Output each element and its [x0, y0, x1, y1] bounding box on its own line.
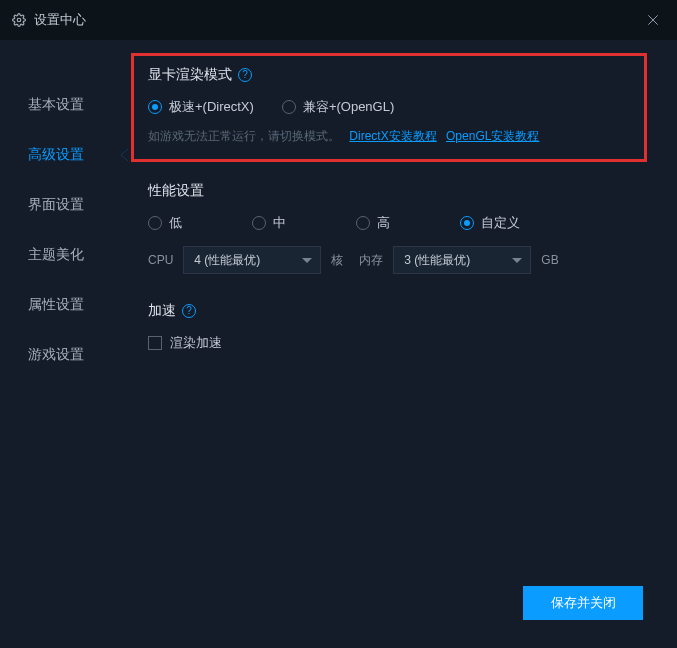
footer: 保存并关闭: [523, 586, 643, 620]
chevron-down-icon: [302, 258, 312, 263]
mem-label: 内存: [359, 252, 383, 269]
radio-low[interactable]: 低: [148, 214, 252, 232]
help-icon[interactable]: ?: [182, 304, 196, 318]
sidebar-item-label: 主题美化: [28, 246, 84, 262]
sidebar: 基本设置 高级设置 界面设置 主题美化 属性设置 游戏设置: [0, 40, 128, 648]
directx-tutorial-link[interactable]: DirectX安装教程: [349, 129, 436, 143]
checkbox-icon: [148, 336, 162, 350]
sidebar-item-label: 基本设置: [28, 96, 84, 112]
render-mode-title: 显卡渲染模式 ?: [148, 66, 630, 84]
performance-radios: 低 中 高 自定义: [148, 214, 647, 232]
cpu-dropdown[interactable]: 4 (性能最优): [183, 246, 321, 274]
cores-label: 核: [331, 252, 343, 269]
section-title-text: 显卡渲染模式: [148, 66, 232, 84]
sidebar-item-label: 高级设置: [28, 146, 84, 162]
render-mode-hint: 如游戏无法正常运行，请切换模式。 DirectX安装教程 OpenGL安装教程: [148, 128, 630, 145]
radio-opengl[interactable]: 兼容+(OpenGL): [282, 98, 394, 116]
sidebar-item-advanced[interactable]: 高级设置: [0, 130, 128, 180]
render-mode-section: 显卡渲染模式 ? 极速+(DirectX) 兼容+(OpenGL) 如游戏无法正…: [131, 53, 647, 162]
checkbox-label: 渲染加速: [170, 334, 222, 352]
save-button-label: 保存并关闭: [551, 594, 616, 612]
hint-text-content: 如游戏无法正常运行，请切换模式。: [148, 129, 340, 143]
radio-high[interactable]: 高: [356, 214, 460, 232]
gb-label: GB: [541, 253, 558, 267]
performance-dropdowns: CPU 4 (性能最优) 核 内存 3 (性能最优) GB: [148, 246, 647, 274]
radio-label: 兼容+(OpenGL): [303, 98, 394, 116]
radio-circle-icon: [148, 216, 162, 230]
sidebar-item-interface[interactable]: 界面设置: [0, 180, 128, 230]
sidebar-item-theme[interactable]: 主题美化: [0, 230, 128, 280]
radio-label: 中: [273, 214, 286, 232]
titlebar-left: 设置中心: [12, 11, 86, 29]
section-title-text: 性能设置: [148, 182, 204, 200]
accel-title: 加速 ?: [148, 302, 647, 320]
accel-section: 加速 ? 渲染加速: [148, 302, 647, 352]
cpu-label: CPU: [148, 253, 173, 267]
titlebar: 设置中心: [0, 0, 677, 40]
sidebar-item-label: 界面设置: [28, 196, 84, 212]
dropdown-value: 3 (性能最优): [404, 252, 470, 269]
content: 基本设置 高级设置 界面设置 主题美化 属性设置 游戏设置 显卡渲染模式 ? 极…: [0, 40, 677, 648]
mem-dropdown[interactable]: 3 (性能最优): [393, 246, 531, 274]
radio-circle-icon: [252, 216, 266, 230]
sidebar-item-label: 属性设置: [28, 296, 84, 312]
close-button[interactable]: [641, 8, 665, 32]
radio-custom[interactable]: 自定义: [460, 214, 520, 232]
radio-circle-icon: [282, 100, 296, 114]
radio-label: 自定义: [481, 214, 520, 232]
radio-circle-icon: [148, 100, 162, 114]
radio-label: 低: [169, 214, 182, 232]
save-button[interactable]: 保存并关闭: [523, 586, 643, 620]
sidebar-item-game[interactable]: 游戏设置: [0, 330, 128, 380]
opengl-tutorial-link[interactable]: OpenGL安装教程: [446, 129, 539, 143]
section-title-text: 加速: [148, 302, 176, 320]
radio-directx[interactable]: 极速+(DirectX): [148, 98, 254, 116]
radio-label: 极速+(DirectX): [169, 98, 254, 116]
radio-mid[interactable]: 中: [252, 214, 356, 232]
sidebar-item-property[interactable]: 属性设置: [0, 280, 128, 330]
render-accel-checkbox-row[interactable]: 渲染加速: [148, 334, 647, 352]
chevron-down-icon: [512, 258, 522, 263]
window-title: 设置中心: [34, 11, 86, 29]
sidebar-item-label: 游戏设置: [28, 346, 84, 362]
radio-label: 高: [377, 214, 390, 232]
radio-circle-icon: [356, 216, 370, 230]
render-mode-radios: 极速+(DirectX) 兼容+(OpenGL): [148, 98, 630, 116]
svg-point-0: [17, 18, 21, 22]
main: 显卡渲染模式 ? 极速+(DirectX) 兼容+(OpenGL) 如游戏无法正…: [128, 40, 677, 648]
help-icon[interactable]: ?: [238, 68, 252, 82]
performance-title: 性能设置: [148, 182, 647, 200]
gear-icon: [12, 13, 26, 27]
radio-circle-icon: [460, 216, 474, 230]
performance-section: 性能设置 低 中 高 自定义: [148, 182, 647, 274]
sidebar-item-basic[interactable]: 基本设置: [0, 80, 128, 130]
dropdown-value: 4 (性能最优): [194, 252, 260, 269]
